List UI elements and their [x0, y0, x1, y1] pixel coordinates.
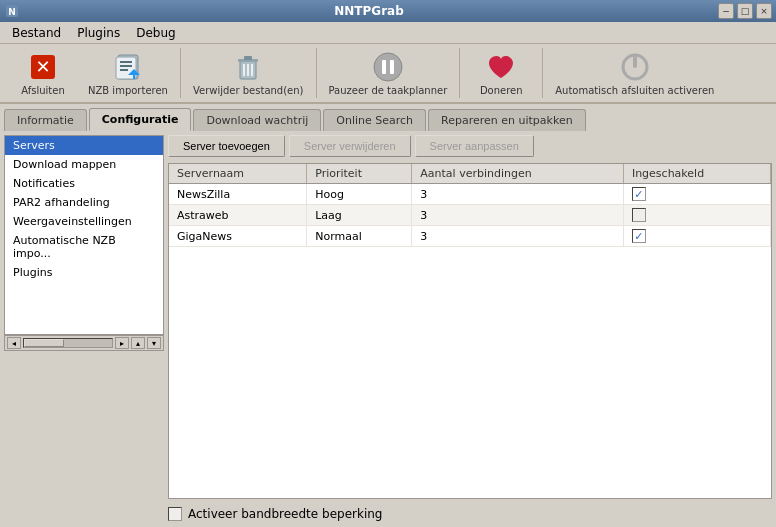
scrollbar-track[interactable]	[23, 338, 113, 348]
separator-1	[180, 48, 181, 98]
tab-repareren[interactable]: Repareren en uitpakken	[428, 109, 586, 131]
toolbar-nzb-importeren[interactable]: NZB importeren	[82, 47, 174, 99]
remove-server-button[interactable]: Server verwijderen	[289, 135, 411, 157]
svg-rect-13	[244, 56, 252, 60]
scroll-up-btn[interactable]: ▴	[131, 337, 145, 349]
server-enabled-cell[interactable]	[623, 226, 770, 247]
separator-3	[459, 48, 460, 98]
add-server-button[interactable]: Server toevoegen	[168, 135, 285, 157]
automatisch-label: Automatisch afsluiten activeren	[555, 85, 714, 96]
scroll-left-btn[interactable]: ◂	[7, 337, 21, 349]
toolbar-pauzeer[interactable]: Pauzeer de taakplanner	[323, 47, 454, 99]
menu-bestand[interactable]: Bestand	[4, 24, 69, 42]
afsluiten-label: Afsluiten	[21, 85, 65, 96]
col-servernaam: Servernaam	[169, 164, 307, 184]
server-name-cell: Astraweb	[169, 205, 307, 226]
bandwidth-row: Activeer bandbreedte beperking	[168, 505, 772, 523]
main-content: Informatie Configuratie Download wachtri…	[0, 104, 776, 527]
col-prioriteit: Prioriteit	[307, 164, 412, 184]
separator-2	[316, 48, 317, 98]
svg-rect-6	[120, 61, 132, 63]
minimize-button[interactable]: −	[718, 3, 734, 19]
svg-text:N: N	[8, 7, 16, 17]
col-verbindingen: Aantal verbindingen	[412, 164, 624, 184]
server-name-cell: NewsZilla	[169, 184, 307, 205]
edit-server-button[interactable]: Server aanpassen	[415, 135, 534, 157]
col-ingeschakeld: Ingeschakeld	[623, 164, 770, 184]
sidebar-item-notificaties[interactable]: Notificaties	[5, 174, 163, 193]
sidebar-item-download-mappen[interactable]: Download mappen	[5, 155, 163, 174]
config-panel: Server toevoegen Server verwijderen Serv…	[168, 135, 772, 523]
toolbar: ✕ Afsluiten NZB importeren	[0, 44, 776, 104]
server-priority-cell: Hoog	[307, 184, 412, 205]
server-enabled-checkbox[interactable]	[632, 208, 646, 222]
svg-rect-18	[382, 60, 386, 74]
sidebar-item-weergave[interactable]: Weergaveinstellingen	[5, 212, 163, 231]
window-controls: − □ ×	[718, 3, 772, 19]
sidebar-item-par2[interactable]: PAR2 afhandeling	[5, 193, 163, 212]
server-enabled-cell[interactable]	[623, 205, 770, 226]
server-priority-cell: Laag	[307, 205, 412, 226]
scroll-down-btn[interactable]: ▾	[147, 337, 161, 349]
svg-text:✕: ✕	[35, 56, 50, 77]
sidebar: Servers Download mappen Notificaties PAR…	[4, 135, 164, 335]
tab-bar: Informatie Configuratie Download wachtri…	[0, 104, 776, 131]
tab-informatie[interactable]: Informatie	[4, 109, 87, 131]
bandwidth-checkbox[interactable]	[168, 507, 182, 521]
svg-rect-16	[251, 64, 253, 76]
toolbar-automatisch[interactable]: Automatisch afsluiten activeren	[549, 47, 720, 99]
svg-rect-14	[243, 64, 245, 76]
exit-icon: ✕	[27, 51, 59, 83]
server-priority-cell: Normaal	[307, 226, 412, 247]
menu-plugins[interactable]: Plugins	[69, 24, 128, 42]
import-icon	[112, 51, 144, 83]
sidebar-container: Servers Download mappen Notificaties PAR…	[4, 135, 164, 523]
nzb-label: NZB importeren	[88, 85, 168, 96]
scrollbar-thumb[interactable]	[24, 339, 64, 347]
svg-rect-21	[633, 56, 637, 68]
server-enabled-checkbox[interactable]	[632, 187, 646, 201]
tab-download-wachtrij[interactable]: Download wachtrij	[193, 109, 321, 131]
server-table-row[interactable]: Astraweb Laag 3	[169, 205, 771, 226]
sidebar-item-automatische-nzb[interactable]: Automatische NZB impo...	[5, 231, 163, 263]
toolbar-afsluiten[interactable]: ✕ Afsluiten	[8, 47, 78, 99]
sidebar-item-servers[interactable]: Servers	[5, 136, 163, 155]
delete-icon	[232, 51, 264, 83]
server-connections-cell: 3	[412, 226, 624, 247]
server-table-container: Servernaam Prioriteit Aantal verbindinge…	[168, 163, 772, 499]
maximize-button[interactable]: □	[737, 3, 753, 19]
server-table-row[interactable]: GigaNews Normaal 3	[169, 226, 771, 247]
svg-rect-15	[247, 64, 249, 76]
doneren-label: Doneren	[480, 85, 523, 96]
menubar: Bestand Plugins Debug	[0, 22, 776, 44]
server-enabled-checkbox[interactable]	[632, 229, 646, 243]
separator-4	[542, 48, 543, 98]
sidebar-scrollbar[interactable]: ◂ ▸ ▴ ▾	[4, 335, 164, 351]
toolbar-verwijder[interactable]: Verwijder bestand(en)	[187, 47, 310, 99]
svg-rect-8	[120, 69, 128, 71]
pause-icon	[372, 51, 404, 83]
tab-online-search[interactable]: Online Search	[323, 109, 426, 131]
svg-point-17	[374, 53, 402, 81]
panel-area: Servers Download mappen Notificaties PAR…	[0, 131, 776, 527]
svg-rect-19	[390, 60, 394, 74]
svg-rect-10	[133, 71, 135, 79]
close-button[interactable]: ×	[756, 3, 772, 19]
sidebar-item-plugins[interactable]: Plugins	[5, 263, 163, 282]
server-table: Servernaam Prioriteit Aantal verbindinge…	[169, 164, 771, 247]
server-connections-cell: 3	[412, 184, 624, 205]
window-title: NNTPGrab	[20, 4, 718, 18]
server-connections-cell: 3	[412, 205, 624, 226]
menu-debug[interactable]: Debug	[128, 24, 183, 42]
server-buttons: Server toevoegen Server verwijderen Serv…	[168, 135, 772, 157]
verwijder-label: Verwijder bestand(en)	[193, 85, 304, 96]
app-icon: N	[4, 3, 20, 19]
power-icon	[619, 51, 651, 83]
donate-icon	[485, 51, 517, 83]
pauzeer-label: Pauzeer de taakplanner	[329, 85, 448, 96]
tab-configuratie[interactable]: Configuratie	[89, 108, 192, 131]
toolbar-doneren[interactable]: Doneren	[466, 47, 536, 99]
server-table-row[interactable]: NewsZilla Hoog 3	[169, 184, 771, 205]
server-enabled-cell[interactable]	[623, 184, 770, 205]
scroll-right-btn[interactable]: ▸	[115, 337, 129, 349]
